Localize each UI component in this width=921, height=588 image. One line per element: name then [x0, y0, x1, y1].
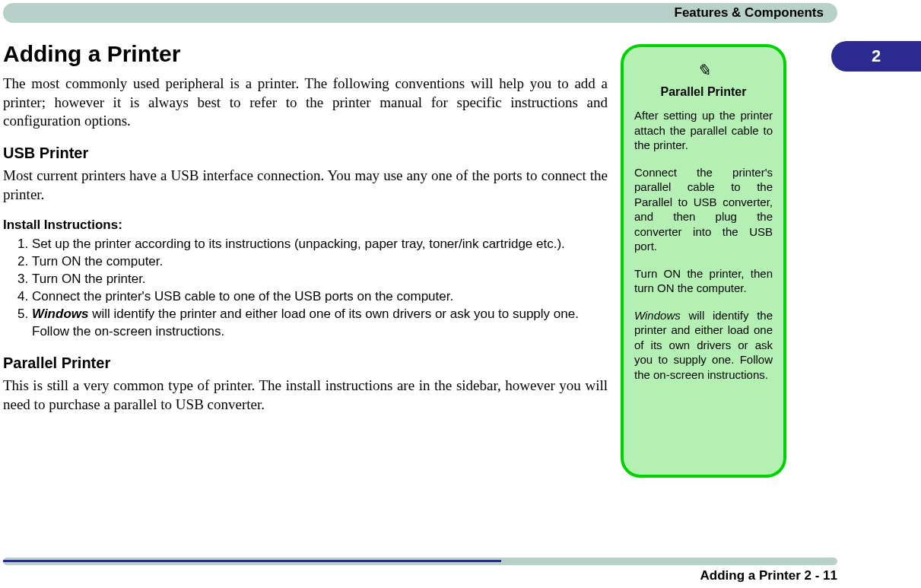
usb-heading: USB Printer	[3, 145, 608, 162]
install-step: Turn ON the computer.	[32, 253, 608, 271]
footer-text: Adding a Printer 2 - 11	[700, 568, 837, 583]
note-box: ✎ Parallel Printer After setting up the …	[621, 44, 786, 478]
pencil-icon: ✎	[634, 61, 773, 81]
chapter-tab: 2	[831, 41, 921, 72]
install-step: Set up the printer according to its inst…	[32, 236, 608, 253]
note-p4: Windows will identify the printer and ei…	[634, 308, 773, 383]
windows-em: Windows	[32, 307, 88, 321]
note-p1: After setting up the printer attach the …	[634, 108, 773, 153]
header-bar: Features & Components	[3, 3, 837, 23]
usb-text: Most current printers have a USB interfa…	[3, 167, 608, 204]
chapter-number: 2	[872, 46, 881, 66]
install-step: Turn ON the printer.	[32, 271, 608, 288]
windows-em: Windows	[634, 309, 681, 322]
footer-accent	[3, 560, 501, 562]
parallel-heading: Parallel Printer	[3, 354, 608, 372]
note-p2: Connect the printer's parallel cable to …	[634, 165, 773, 254]
page-title: Adding a Printer	[3, 41, 608, 67]
install-step: Windows will identify the printer and ei…	[32, 306, 608, 341]
step5-rest: will identify the printer and either loa…	[32, 307, 579, 338]
parallel-text: This is still a very common type of prin…	[3, 377, 608, 414]
install-step: Connect the printer's USB cable to one o…	[32, 288, 608, 306]
main-content: Adding a Printer The most commonly used …	[3, 41, 608, 427]
intro-paragraph: The most commonly used peripheral is a p…	[3, 75, 608, 131]
install-list: Set up the printer according to its inst…	[3, 236, 608, 341]
header-title: Features & Components	[675, 5, 824, 21]
install-heading: Install Instructions:	[3, 218, 608, 233]
note-title: Parallel Printer	[634, 85, 773, 99]
note-p3: Turn ON the printer, then turn ON the co…	[634, 266, 773, 296]
